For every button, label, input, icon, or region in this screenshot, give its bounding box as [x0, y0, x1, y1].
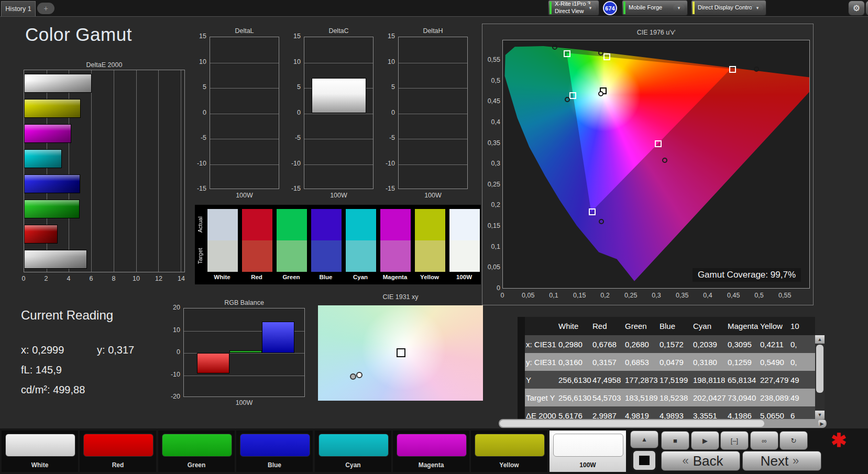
play-button[interactable]: ▶ [691, 431, 719, 450]
swatch-actual-magenta [380, 209, 411, 240]
table-row: Target Y256,613054,5703183,518918,523820… [518, 389, 815, 406]
gamut-coverage-value: 99,7% [771, 270, 796, 280]
gridline [210, 63, 279, 63]
gridline [114, 70, 114, 272]
table-cell: 183,5189 [624, 393, 658, 402]
table-cell: 0,1259 [727, 358, 759, 367]
continuous-button[interactable]: ∞ [750, 431, 778, 450]
swatch-label: Green [276, 274, 306, 280]
blue-target-square [589, 208, 596, 215]
swatch-actual-red [242, 209, 272, 240]
unsaved-indicator-icon: ✱ [831, 429, 847, 451]
meter-dropdown[interactable]: X-Rite i1Pro 3 Direct View ▾ [548, 1, 599, 15]
table-horizontal-scrollbar[interactable]: ▶ [499, 419, 827, 428]
vertical-scroll-thumb[interactable] [816, 345, 823, 393]
y-tick-label: 0 [161, 348, 180, 356]
source-dropdown[interactable]: Mobile Forge ▾ [622, 1, 687, 15]
color-patch [475, 434, 545, 457]
patch-button-green[interactable]: Green [158, 431, 235, 472]
table-cell: 0,2680 [624, 340, 658, 349]
triangle-right-icon: ▶ [820, 421, 824, 426]
partial-edge-button[interactable]: ◀ [866, 1, 868, 15]
chevron-down-icon[interactable]: ▾ [585, 4, 596, 12]
table-cell: 0,6853 [624, 358, 658, 367]
pattern-window-button[interactable] [632, 449, 657, 471]
reading-x: x: 0,2999 [21, 344, 64, 356]
chevron-down-icon[interactable]: ▾ [673, 4, 685, 12]
row-label: ΔE 2000 [525, 411, 557, 420]
single-measure-button[interactable]: [–] [720, 431, 749, 450]
rgb-bar-red [197, 353, 229, 373]
patch-button-yellow[interactable]: Yellow [471, 431, 547, 472]
add-tab-button[interactable]: + [37, 3, 54, 14]
table-row: x: CIE310,29800,67680,26800,15720,20390,… [518, 335, 815, 353]
swatch-label: White [207, 274, 237, 280]
display-control-dropdown[interactable]: Direct Display Control ▾ [691, 1, 766, 15]
loop-button[interactable]: ↻ [779, 431, 808, 450]
y-tick-label: 0,4 [484, 118, 500, 126]
magenta-measured-circle [662, 158, 667, 163]
y-tick-label: 10 [375, 58, 395, 65]
scroll-up-button[interactable]: ▲ [815, 335, 825, 344]
swatch-label: Blue [311, 274, 341, 280]
swatch-panel: ActualTargetWhiteRedGreenBlueCyanMagenta… [195, 205, 481, 284]
meter-status-strip [550, 2, 552, 14]
back-button[interactable]: « Back [661, 451, 740, 471]
table-cell: 4,9819 [624, 411, 658, 420]
table-cell: 0,5490 [759, 358, 789, 367]
horizontal-scroll-thumb[interactable] [500, 420, 764, 427]
chevron-down-icon[interactable]: ▾ [752, 4, 763, 12]
panel-expand-button[interactable]: ▲ [630, 431, 658, 448]
swatch-label: Red [241, 274, 272, 280]
patch-button-cyan[interactable]: Cyan [315, 431, 391, 472]
swatch-target-yellow [415, 240, 445, 272]
table-cell: 17,5199 [658, 376, 692, 384]
swatch-target-100w [449, 240, 480, 272]
table-cell: 49 [789, 393, 815, 402]
chevron-double-left-icon: « [682, 454, 688, 468]
cie1931-plot [318, 305, 483, 401]
patch-button-white[interactable]: White [2, 431, 78, 472]
delta-e-bar-100w [24, 74, 92, 93]
reading-fl-label: fL: [21, 364, 32, 376]
column-header: Red [591, 322, 624, 330]
x-tick-label: 0,05 [522, 292, 534, 299]
patch-button-red[interactable]: Red [80, 431, 156, 472]
patch-button-magenta[interactable]: Magenta [393, 431, 469, 472]
chart-x-label: 100W [398, 192, 468, 199]
patch-button-100w[interactable]: 100W [550, 431, 626, 472]
deltae-chart [24, 70, 185, 272]
table-cell: 202,0427 [692, 393, 727, 402]
stop-button[interactable]: ■ [661, 431, 689, 450]
table-cell: 0,1572 [658, 340, 692, 349]
measurement-table: WhiteRedGreenBlueCyanMagentaYellow10x: C… [518, 317, 815, 419]
table-cell: 5,6176 [557, 411, 591, 420]
table-cell: 177,2873 [624, 376, 658, 384]
table-cell: 256,6130 [557, 393, 591, 402]
next-button[interactable]: Next » [742, 451, 821, 471]
settings-button[interactable]: ⚙ [849, 1, 864, 15]
swatch-actual-yellow [415, 209, 445, 240]
patch-button-blue[interactable]: Blue [236, 431, 313, 472]
y-tick-label: 0 [484, 284, 500, 292]
delta-e-bar-white [24, 250, 87, 269]
table-vertical-scrollbar[interactable]: ▲ ▼ [815, 335, 825, 419]
x-tick-label: 6 [85, 275, 97, 282]
tab-history-1[interactable]: History 1 [1, 1, 36, 16]
y-tick-label: -20 [161, 393, 180, 400]
table-cell: 49 [789, 376, 815, 384]
table-cell: 198,8118 [692, 376, 727, 384]
table-row: y: CIE310,31600,31570,68530,04790,31800,… [518, 353, 815, 371]
reading-fl-value: 145,9 [36, 364, 62, 376]
scroll-down-button[interactable]: ▼ [815, 411, 825, 419]
gridline [158, 70, 159, 272]
gridline [304, 63, 373, 63]
y-tick-label: 0,2 [484, 201, 500, 208]
y-tick-label: 0,35 [484, 139, 500, 147]
table-cell: 227,4797 [759, 376, 789, 384]
gridline [304, 114, 373, 114]
table-cell: 0,3157 [591, 358, 624, 367]
table-cell: 0,6768 [591, 340, 624, 349]
scroll-right-button[interactable]: ▶ [818, 420, 826, 427]
gridline [210, 88, 279, 89]
